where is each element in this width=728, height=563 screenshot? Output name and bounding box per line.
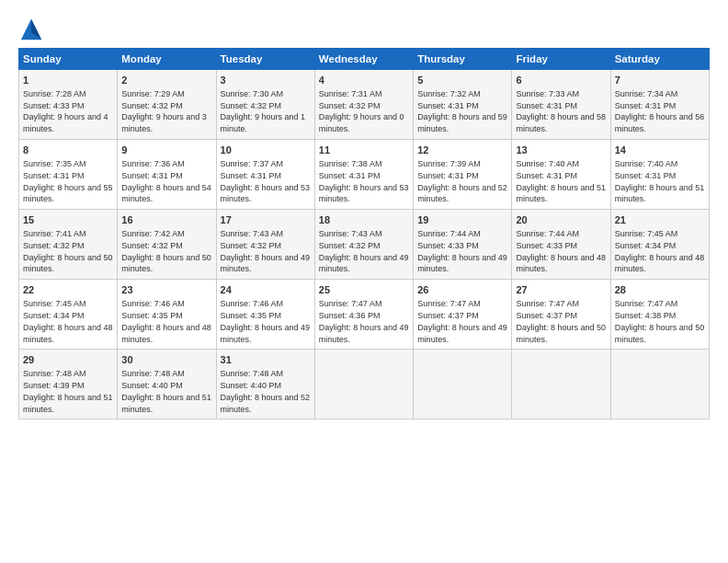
- calendar-cell: 27Sunrise: 7:47 AMSunset: 4:37 PMDayligh…: [512, 280, 610, 350]
- day-details: Sunrise: 7:40 AMSunset: 4:31 PMDaylight:…: [516, 159, 606, 203]
- day-number: 8: [23, 144, 113, 157]
- calendar-cell: 24Sunrise: 7:46 AMSunset: 4:35 PMDayligh…: [216, 280, 314, 350]
- calendar-cell: 16Sunrise: 7:42 AMSunset: 4:32 PMDayligh…: [118, 210, 216, 280]
- day-details: Sunrise: 7:35 AMSunset: 4:31 PMDaylight:…: [23, 159, 113, 203]
- calendar-cell: 31Sunrise: 7:48 AMSunset: 4:40 PMDayligh…: [216, 350, 314, 419]
- day-details: Sunrise: 7:41 AMSunset: 4:32 PMDaylight:…: [23, 229, 113, 273]
- week-row-3: 15Sunrise: 7:41 AMSunset: 4:32 PMDayligh…: [19, 210, 710, 280]
- calendar-cell: 29Sunrise: 7:48 AMSunset: 4:39 PMDayligh…: [19, 350, 118, 419]
- day-number: 28: [615, 283, 705, 297]
- calendar-cell: [414, 350, 512, 419]
- day-details: Sunrise: 7:40 AMSunset: 4:31 PMDaylight:…: [615, 159, 705, 203]
- day-number: 19: [417, 213, 507, 227]
- day-number: 20: [516, 213, 606, 227]
- day-details: Sunrise: 7:30 AMSunset: 4:32 PMDaylight:…: [221, 89, 306, 133]
- column-header-saturday: Saturday: [610, 49, 709, 70]
- calendar-cell: 12Sunrise: 7:39 AMSunset: 4:31 PMDayligh…: [414, 140, 512, 210]
- day-number: 26: [417, 283, 507, 297]
- header-row: SundayMondayTuesdayWednesdayThursdayFrid…: [19, 49, 710, 70]
- calendar-cell: 3Sunrise: 7:30 AMSunset: 4:32 PMDaylight…: [216, 70, 314, 140]
- calendar-cell: 15Sunrise: 7:41 AMSunset: 4:32 PMDayligh…: [19, 210, 118, 280]
- calendar-cell: 20Sunrise: 7:44 AMSunset: 4:33 PMDayligh…: [512, 210, 610, 280]
- calendar-cell: [512, 350, 610, 419]
- calendar-cell: 4Sunrise: 7:31 AMSunset: 4:32 PMDaylight…: [314, 70, 413, 140]
- calendar-cell: 8Sunrise: 7:35 AMSunset: 4:31 PMDaylight…: [19, 140, 118, 210]
- calendar-cell: 11Sunrise: 7:38 AMSunset: 4:31 PMDayligh…: [314, 140, 413, 210]
- column-header-sunday: Sunday: [19, 49, 118, 70]
- day-details: Sunrise: 7:47 AMSunset: 4:36 PMDaylight:…: [319, 299, 409, 343]
- calendar-cell: 23Sunrise: 7:46 AMSunset: 4:35 PMDayligh…: [118, 280, 216, 350]
- calendar-cell: 10Sunrise: 7:37 AMSunset: 4:31 PMDayligh…: [216, 140, 314, 210]
- day-number: 21: [615, 213, 705, 227]
- day-details: Sunrise: 7:28 AMSunset: 4:33 PMDaylight:…: [23, 89, 108, 133]
- header: [18, 17, 710, 42]
- week-row-5: 29Sunrise: 7:48 AMSunset: 4:39 PMDayligh…: [19, 350, 710, 419]
- day-details: Sunrise: 7:38 AMSunset: 4:31 PMDaylight:…: [319, 159, 409, 203]
- day-number: 4: [319, 74, 409, 87]
- day-number: 31: [221, 353, 311, 367]
- day-number: 16: [121, 213, 211, 227]
- column-header-tuesday: Tuesday: [216, 49, 314, 70]
- day-number: 27: [516, 283, 606, 297]
- day-details: Sunrise: 7:42 AMSunset: 4:32 PMDaylight:…: [121, 229, 211, 273]
- day-details: Sunrise: 7:45 AMSunset: 4:34 PMDaylight:…: [23, 299, 113, 343]
- calendar-cell: 1Sunrise: 7:28 AMSunset: 4:33 PMDaylight…: [19, 70, 118, 140]
- day-number: 11: [319, 144, 409, 157]
- week-row-1: 1Sunrise: 7:28 AMSunset: 4:33 PMDaylight…: [19, 70, 710, 140]
- day-details: Sunrise: 7:44 AMSunset: 4:33 PMDaylight:…: [516, 229, 606, 273]
- logo-icon: [18, 17, 44, 42]
- week-row-2: 8Sunrise: 7:35 AMSunset: 4:31 PMDaylight…: [19, 140, 710, 210]
- day-number: 5: [417, 74, 507, 87]
- calendar-cell: [610, 350, 709, 419]
- day-details: Sunrise: 7:43 AMSunset: 4:32 PMDaylight:…: [221, 229, 311, 273]
- logo: [18, 17, 48, 42]
- calendar-cell: 14Sunrise: 7:40 AMSunset: 4:31 PMDayligh…: [610, 140, 709, 210]
- calendar-cell: 5Sunrise: 7:32 AMSunset: 4:31 PMDaylight…: [414, 70, 512, 140]
- day-details: Sunrise: 7:32 AMSunset: 4:31 PMDaylight:…: [417, 89, 507, 133]
- calendar-cell: 25Sunrise: 7:47 AMSunset: 4:36 PMDayligh…: [314, 280, 413, 350]
- calendar-cell: 18Sunrise: 7:43 AMSunset: 4:32 PMDayligh…: [314, 210, 413, 280]
- day-details: Sunrise: 7:37 AMSunset: 4:31 PMDaylight:…: [221, 159, 311, 203]
- calendar-cell: 7Sunrise: 7:34 AMSunset: 4:31 PMDaylight…: [610, 70, 709, 140]
- day-number: 18: [319, 213, 409, 227]
- day-number: 23: [121, 283, 211, 297]
- day-number: 13: [516, 144, 606, 157]
- calendar-cell: 21Sunrise: 7:45 AMSunset: 4:34 PMDayligh…: [610, 210, 709, 280]
- column-header-friday: Friday: [512, 49, 610, 70]
- day-details: Sunrise: 7:46 AMSunset: 4:35 PMDaylight:…: [221, 299, 311, 343]
- day-number: 22: [23, 283, 113, 297]
- column-header-thursday: Thursday: [414, 49, 512, 70]
- day-details: Sunrise: 7:48 AMSunset: 4:40 PMDaylight:…: [121, 369, 211, 413]
- calendar-cell: 13Sunrise: 7:40 AMSunset: 4:31 PMDayligh…: [512, 140, 610, 210]
- calendar-cell: 26Sunrise: 7:47 AMSunset: 4:37 PMDayligh…: [414, 280, 512, 350]
- day-details: Sunrise: 7:48 AMSunset: 4:40 PMDaylight:…: [221, 369, 311, 413]
- calendar-cell: 22Sunrise: 7:45 AMSunset: 4:34 PMDayligh…: [19, 280, 118, 350]
- calendar-cell: [314, 350, 413, 419]
- day-details: Sunrise: 7:47 AMSunset: 4:37 PMDaylight:…: [516, 299, 606, 343]
- day-number: 29: [23, 353, 113, 367]
- day-details: Sunrise: 7:48 AMSunset: 4:39 PMDaylight:…: [23, 369, 113, 413]
- calendar-cell: 2Sunrise: 7:29 AMSunset: 4:32 PMDaylight…: [118, 70, 216, 140]
- day-details: Sunrise: 7:33 AMSunset: 4:31 PMDaylight:…: [516, 89, 606, 133]
- day-number: 1: [23, 74, 113, 87]
- day-number: 7: [615, 74, 705, 87]
- day-details: Sunrise: 7:47 AMSunset: 4:37 PMDaylight:…: [417, 299, 507, 343]
- day-details: Sunrise: 7:39 AMSunset: 4:31 PMDaylight:…: [417, 159, 507, 203]
- day-details: Sunrise: 7:47 AMSunset: 4:38 PMDaylight:…: [615, 299, 705, 343]
- day-details: Sunrise: 7:45 AMSunset: 4:34 PMDaylight:…: [615, 229, 705, 273]
- calendar-cell: 17Sunrise: 7:43 AMSunset: 4:32 PMDayligh…: [216, 210, 314, 280]
- day-number: 17: [221, 213, 311, 227]
- week-row-4: 22Sunrise: 7:45 AMSunset: 4:34 PMDayligh…: [19, 280, 710, 350]
- day-number: 6: [516, 74, 606, 87]
- calendar-page: SundayMondayTuesdayWednesdayThursdayFrid…: [0, 0, 728, 563]
- day-number: 12: [417, 144, 507, 157]
- calendar-table: SundayMondayTuesdayWednesdayThursdayFrid…: [18, 48, 710, 419]
- day-details: Sunrise: 7:29 AMSunset: 4:32 PMDaylight:…: [121, 89, 207, 133]
- day-number: 9: [121, 144, 211, 157]
- calendar-cell: 6Sunrise: 7:33 AMSunset: 4:31 PMDaylight…: [512, 70, 610, 140]
- day-number: 15: [23, 213, 113, 227]
- day-number: 3: [221, 74, 311, 87]
- day-details: Sunrise: 7:36 AMSunset: 4:31 PMDaylight:…: [121, 159, 211, 203]
- calendar-cell: 30Sunrise: 7:48 AMSunset: 4:40 PMDayligh…: [118, 350, 216, 419]
- day-details: Sunrise: 7:44 AMSunset: 4:33 PMDaylight:…: [417, 229, 507, 273]
